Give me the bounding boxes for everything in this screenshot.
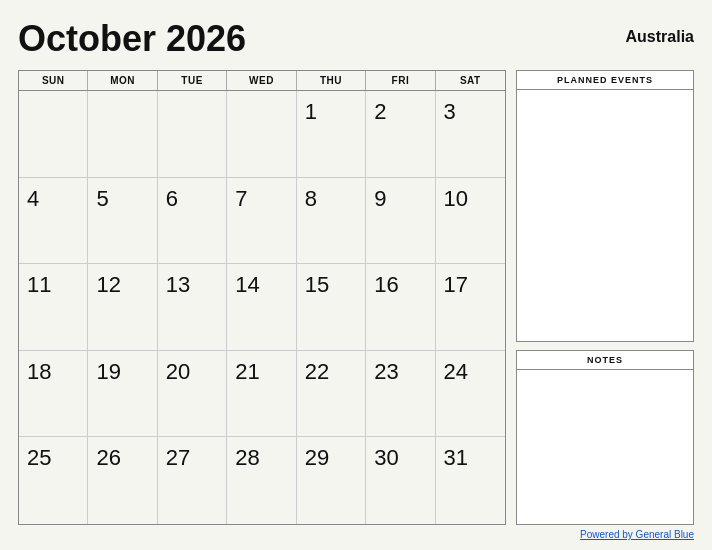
day-cell-25: 25 bbox=[19, 437, 88, 524]
day-cell-16: 16 bbox=[366, 264, 435, 351]
day-cell-10: 10 bbox=[436, 178, 505, 265]
day-header-wed: WED bbox=[227, 71, 296, 90]
day-cell-26: 26 bbox=[88, 437, 157, 524]
planned-events-content bbox=[517, 90, 693, 341]
page-header: October 2026 Australia bbox=[18, 18, 694, 60]
day-cell-14: 14 bbox=[227, 264, 296, 351]
day-cell-7: 7 bbox=[227, 178, 296, 265]
day-cell-6: 6 bbox=[158, 178, 227, 265]
day-cell-20: 20 bbox=[158, 351, 227, 438]
day-cell-30: 30 bbox=[366, 437, 435, 524]
country-title: Australia bbox=[626, 28, 694, 46]
day-cell-9: 9 bbox=[366, 178, 435, 265]
day-cell-empty bbox=[227, 91, 296, 178]
day-cell-3: 3 bbox=[436, 91, 505, 178]
day-cell-17: 17 bbox=[436, 264, 505, 351]
calendar-section: SUNMONTUEWEDTHUFRISAT 123456789101112131… bbox=[18, 70, 506, 525]
day-cell-29: 29 bbox=[297, 437, 366, 524]
day-cell-22: 22 bbox=[297, 351, 366, 438]
day-header-sat: SAT bbox=[436, 71, 505, 90]
day-header-mon: MON bbox=[88, 71, 157, 90]
planned-events-label: PLANNED EVENTS bbox=[517, 71, 693, 90]
day-cell-1: 1 bbox=[297, 91, 366, 178]
day-cell-21: 21 bbox=[227, 351, 296, 438]
month-title: October 2026 bbox=[18, 18, 246, 60]
notes-content bbox=[517, 370, 693, 524]
day-cell-8: 8 bbox=[297, 178, 366, 265]
main-content: SUNMONTUEWEDTHUFRISAT 123456789101112131… bbox=[18, 70, 694, 525]
day-cell-11: 11 bbox=[19, 264, 88, 351]
day-cell-23: 23 bbox=[366, 351, 435, 438]
notes-box: NOTES bbox=[516, 350, 694, 525]
day-header-thu: THU bbox=[297, 71, 366, 90]
day-cell-28: 28 bbox=[227, 437, 296, 524]
day-cell-31: 31 bbox=[436, 437, 505, 524]
day-header-sun: SUN bbox=[19, 71, 88, 90]
day-header-tue: TUE bbox=[158, 71, 227, 90]
day-header-fri: FRI bbox=[366, 71, 435, 90]
day-cell-5: 5 bbox=[88, 178, 157, 265]
day-cell-2: 2 bbox=[366, 91, 435, 178]
day-cell-empty bbox=[19, 91, 88, 178]
planned-events-box: PLANNED EVENTS bbox=[516, 70, 694, 342]
powered-by-link[interactable]: Powered by General Blue bbox=[580, 529, 694, 540]
day-cell-empty bbox=[88, 91, 157, 178]
day-cell-27: 27 bbox=[158, 437, 227, 524]
day-cell-15: 15 bbox=[297, 264, 366, 351]
footer: Powered by General Blue bbox=[18, 529, 694, 540]
day-cell-24: 24 bbox=[436, 351, 505, 438]
notes-label: NOTES bbox=[517, 351, 693, 370]
sidebar: PLANNED EVENTS NOTES bbox=[516, 70, 694, 525]
day-cell-18: 18 bbox=[19, 351, 88, 438]
day-cell-13: 13 bbox=[158, 264, 227, 351]
day-headers: SUNMONTUEWEDTHUFRISAT bbox=[19, 71, 505, 91]
day-cell-19: 19 bbox=[88, 351, 157, 438]
day-cell-12: 12 bbox=[88, 264, 157, 351]
day-cell-empty bbox=[158, 91, 227, 178]
calendar-grid: 1234567891011121314151617181920212223242… bbox=[19, 91, 505, 524]
day-cell-4: 4 bbox=[19, 178, 88, 265]
